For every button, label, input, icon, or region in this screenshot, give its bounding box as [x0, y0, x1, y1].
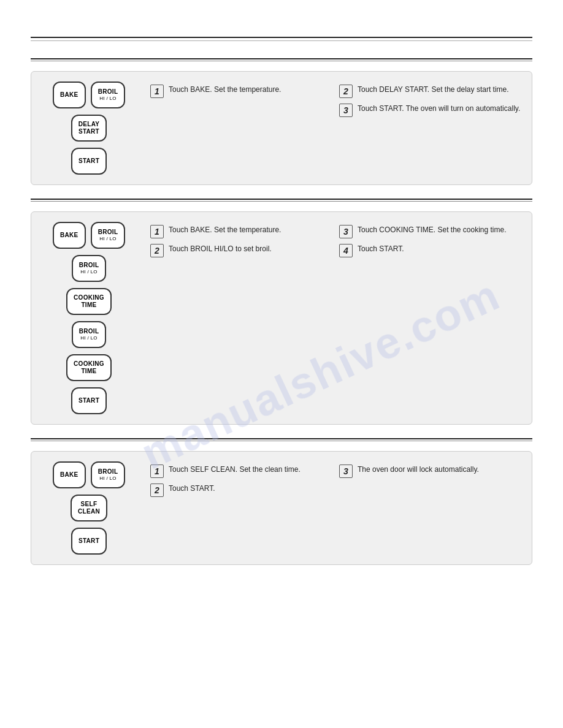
step-num-1-2: 2 [339, 85, 353, 98]
step-1-3: 3 Touch START. The oven will turn on aut… [339, 103, 523, 117]
button-row-bake-broil-3: BAKE BROIL HI / LO [53, 461, 126, 488]
self-clean-button[interactable]: SELF CLEAN [71, 495, 107, 521]
step-num-2-1: 1 [150, 225, 164, 238]
broil-button-2b[interactable]: BROIL HI / LO [72, 255, 107, 282]
step-num-3-1: 1 [150, 464, 164, 478]
section-divider-thin-3 [31, 441, 532, 441]
section-divider-thin [31, 61, 532, 61]
button-row-bake-broil-2: BAKE BROIL HI / LO [53, 222, 126, 249]
section-divider-3 [31, 438, 532, 439]
section-divider-2 [31, 199, 532, 200]
step-text-2-1: Touch BAKE. Set the temperature. [169, 224, 281, 235]
start-button-3[interactable]: START [71, 528, 107, 555]
step-text-1-1: Touch BAKE. Set the temperature. [169, 84, 281, 95]
steps-panel-3: 1 Touch SELF CLEAN. Set the clean time. … [150, 461, 523, 497]
panel-delay-start: BAKE BROIL HI / LO DELAY START START 1 T… [31, 71, 532, 185]
broil-hilo-button-1[interactable]: BROIL HI / LO [91, 82, 126, 108]
steps-panel-1: 1 Touch BAKE. Set the temperature. 2 Tou… [150, 82, 523, 117]
section-divider-thin-2 [31, 201, 532, 202]
step-text-1-3: Touch START. The oven will turn on autom… [358, 103, 520, 114]
step-3-1: 1 Touch SELF CLEAN. Set the clean time. [150, 464, 321, 478]
bake-button-1[interactable]: BAKE [53, 82, 86, 108]
button-column-2: BAKE BROIL HI / LO BROIL HI / LO COOKING… [40, 222, 138, 414]
step-num-1-3: 3 [339, 104, 353, 117]
top-rule [31, 37, 532, 38]
step-2-2: 2 Touch BROIL HI/LO to set broil. [150, 243, 321, 257]
step-2-1: 1 Touch BAKE. Set the temperature. [150, 224, 321, 238]
button-column-3: BAKE BROIL HI / LO SELF CLEAN START [40, 461, 138, 555]
step-2-4: 4 Touch START. [339, 243, 523, 257]
step-3-3: 3 The oven door will lock automatically. [339, 464, 523, 478]
start-button-2[interactable]: START [71, 387, 107, 414]
top-rule-thin [31, 40, 532, 41]
step-num-1-1: 1 [150, 85, 164, 98]
step-text-3-2: Touch START. [169, 483, 215, 494]
cooking-time-button-2a[interactable]: COOKING TIME [66, 288, 112, 315]
step-text-1-2: Touch DELAY START. Set the delay start t… [358, 84, 509, 95]
delay-start-button[interactable]: DELAY START [71, 115, 107, 142]
step-text-2-3: Touch COOKING TIME. Set the cooking time… [358, 224, 507, 235]
step-text-2-4: Touch START. [358, 243, 404, 254]
page: BAKE BROIL HI / LO DELAY START START 1 T… [0, 0, 563, 603]
section-divider-top [31, 58, 532, 59]
panel-broil-cooking: BAKE BROIL HI / LO BROIL HI / LO COOKING… [31, 211, 532, 425]
steps-left-2: 1 Touch BAKE. Set the temperature. 2 Tou… [150, 222, 321, 257]
start-button-1[interactable]: START [71, 148, 107, 175]
step-1-1: 1 Touch BAKE. Set the temperature. [150, 84, 321, 98]
steps-left-1: 1 Touch BAKE. Set the temperature. [150, 82, 321, 117]
steps-right-1: 2 Touch DELAY START. Set the delay start… [339, 82, 523, 117]
cooking-time-button-2b[interactable]: COOKING TIME [66, 354, 112, 381]
step-num-2-3: 3 [339, 225, 353, 238]
broil-button-2c[interactable]: BROIL HI / LO [72, 321, 107, 348]
steps-right-3: 3 The oven door will lock automatically. [339, 461, 523, 497]
step-text-2-2: Touch BROIL HI/LO to set broil. [169, 243, 272, 254]
step-3-2: 2 Touch START. [150, 483, 321, 497]
step-num-3-2: 2 [150, 483, 164, 497]
step-num-3-3: 3 [339, 464, 353, 478]
steps-right-2: 3 Touch COOKING TIME. Set the cooking ti… [339, 222, 523, 257]
step-num-2-4: 4 [339, 244, 353, 257]
bake-button-2[interactable]: BAKE [53, 222, 86, 249]
panel-self-clean: BAKE BROIL HI / LO SELF CLEAN START 1 To… [31, 451, 532, 565]
broil-hilo-button-3[interactable]: BROIL HI / LO [91, 461, 126, 488]
steps-panel-2: 1 Touch BAKE. Set the temperature. 2 Tou… [150, 222, 523, 257]
step-num-2-2: 2 [150, 244, 164, 257]
button-row-bake-broil-1: BAKE BROIL HI / LO [53, 82, 126, 108]
step-text-3-3: The oven door will lock automatically. [358, 464, 479, 475]
button-column-1: BAKE BROIL HI / LO DELAY START START [40, 82, 138, 175]
steps-left-3: 1 Touch SELF CLEAN. Set the clean time. … [150, 461, 321, 497]
step-2-3: 3 Touch COOKING TIME. Set the cooking ti… [339, 224, 523, 238]
step-1-2: 2 Touch DELAY START. Set the delay start… [339, 84, 523, 98]
broil-hilo-button-2[interactable]: BROIL HI / LO [91, 222, 126, 249]
bake-button-3[interactable]: BAKE [53, 461, 86, 488]
step-text-3-1: Touch SELF CLEAN. Set the clean time. [169, 464, 301, 475]
